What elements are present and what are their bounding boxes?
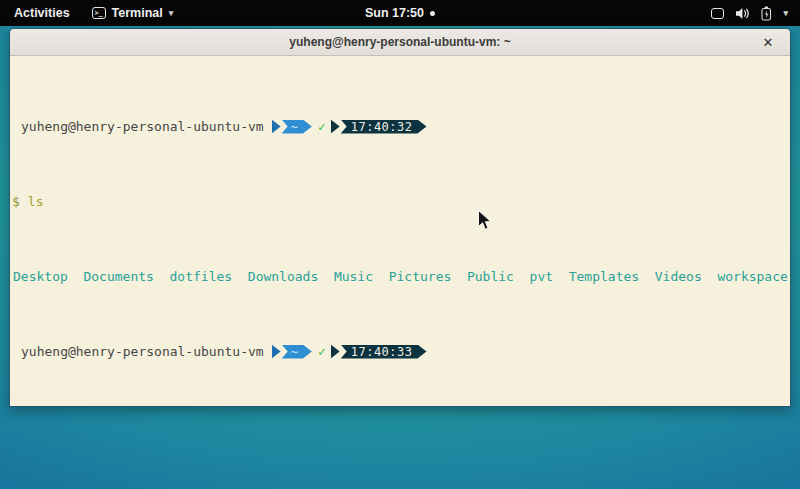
prompt-path-segment: ~ — [282, 120, 312, 134]
prompt-path-segment: ~ — [282, 345, 312, 359]
prompt-user-host: yuheng@henry-personal-ubuntu-vm — [21, 119, 264, 134]
status-check-icon: ✓ — [318, 344, 326, 359]
powerline-prompt: ~ ✓ 17:40:33 — [272, 345, 427, 359]
window-title: yuheng@henry-personal-ubuntu-vm: ~ — [289, 35, 510, 49]
status-check-icon: ✓ — [318, 119, 326, 134]
terminal-app-icon: >_ — [92, 7, 106, 19]
powerline-chevron-icon — [272, 120, 281, 134]
prompt-line: yuheng@henry-personal-ubuntu-vm ~ ✓ 17:4… — [12, 119, 788, 134]
prompt-time-segment: 17:40:32 — [341, 120, 427, 134]
powerline-chevron-icon — [272, 345, 281, 359]
prompt-user-host: yuheng@henry-personal-ubuntu-vm — [21, 344, 264, 359]
prompt-line: yuheng@henry-personal-ubuntu-vm ~ ✓ 17:4… — [12, 344, 788, 359]
ls-output: Desktop Documents dotfiles Downloads Mus… — [12, 269, 788, 284]
powerline-prompt: ~ ✓ 17:40:32 — [272, 120, 427, 134]
prompt-symbol: $ — [12, 194, 20, 209]
terminal-content[interactable]: yuheng@henry-personal-ubuntu-vm ~ ✓ 17:4… — [10, 56, 790, 407]
activities-label: Activities — [14, 6, 70, 20]
app-menu-terminal[interactable]: >_ Terminal ▾ — [84, 0, 182, 26]
command-line: $ ls — [12, 194, 788, 209]
activities-button[interactable]: Activities — [0, 0, 84, 26]
window-titlebar[interactable]: yuheng@henry-personal-ubuntu-vm: ~ ✕ — [10, 29, 790, 56]
terminal-window: yuheng@henry-personal-ubuntu-vm: ~ ✕ yuh… — [9, 28, 791, 407]
typed-command: ls — [28, 194, 44, 209]
tray-chevron-down-icon[interactable]: ▾ — [783, 8, 788, 18]
volume-icon[interactable] — [735, 7, 750, 20]
clock-button[interactable]: Sun 17:50 — [365, 0, 435, 26]
screen-icon[interactable] — [711, 8, 724, 19]
powerline-chevron-icon — [331, 120, 340, 134]
top-bar: Activities >_ Terminal ▾ Sun 17:50 ▾ — [0, 0, 800, 26]
ls-output-line: Desktop Documents dotfiles Downloads Mus… — [12, 269, 788, 284]
close-icon[interactable]: ✕ — [759, 35, 777, 50]
chevron-down-icon: ▾ — [169, 8, 174, 18]
notification-dot-icon — [430, 11, 435, 16]
app-menu-label: Terminal — [112, 6, 163, 20]
clock-label: Sun 17:50 — [365, 6, 424, 20]
powerline-chevron-icon — [331, 345, 340, 359]
prompt-time-segment: 17:40:33 — [341, 345, 427, 359]
battery-charging-icon[interactable] — [761, 6, 772, 21]
system-tray[interactable]: ▾ — [699, 0, 800, 26]
